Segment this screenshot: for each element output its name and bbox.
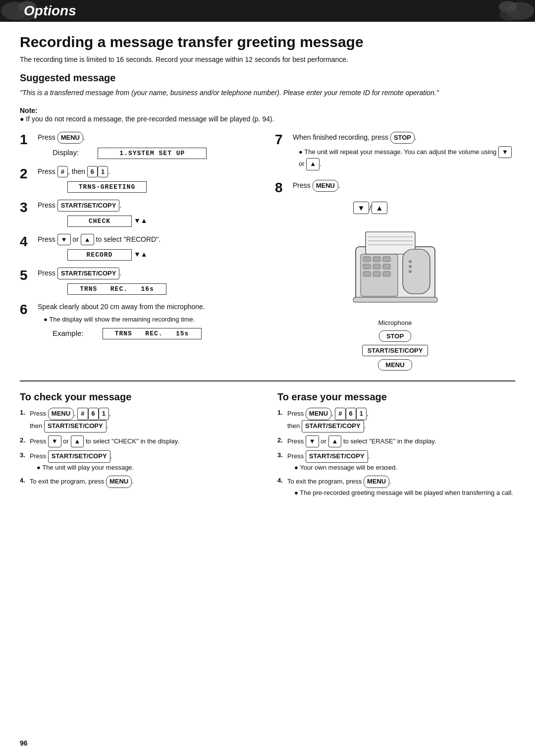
step-7-number: 7: [275, 133, 293, 147]
step-3-text: Press START/SET/COPY.: [38, 200, 260, 212]
check-title: To check your message: [20, 391, 258, 403]
va-arrows-4: ▼▲: [134, 250, 148, 258]
note-label: Note:: [20, 107, 38, 114]
check-menu-btn[interactable]: MENU: [48, 408, 74, 420]
step-6-number: 6: [20, 303, 38, 317]
step-6-text: Speak clearly about 20 cm away from the …: [38, 302, 260, 312]
erase-title: To erase your message: [277, 391, 515, 403]
menu-btn-fax[interactable]: MENU: [378, 359, 412, 371]
check-item-1: 1. Press MENU, #61, then START/SET/COPY.: [20, 408, 258, 432]
step-8-text: Press MENU.: [293, 180, 515, 192]
check-item-3-bullet: ● The unit will play your message.: [37, 463, 258, 473]
menu-btn-1[interactable]: MENU: [57, 132, 83, 144]
steps-right: 7 When finished recording, press STOP. ●…: [270, 132, 515, 371]
check-start-btn-3[interactable]: START/SET/COPY: [48, 450, 110, 463]
svg-point-6: [499, 9, 521, 21]
step-4-number: 4: [20, 235, 38, 249]
step-1-content: Press MENU. Display: 1.SYSTEM SET UP: [38, 132, 260, 159]
svg-rect-15: [373, 257, 380, 262]
display-2: TRNS-GREETING: [67, 181, 147, 193]
check-item-4: 4. To exit the program, press MENU.: [20, 476, 258, 488]
erase-item-4: 4. To exit the program, press MENU. ● Th…: [277, 476, 515, 497]
step-4: 4 Press ▼ or ▲ to select "RECORD". RECOR…: [20, 234, 260, 261]
header-title: Options: [24, 3, 76, 19]
step-1-display-row: Display: 1.SYSTEM SET UP: [53, 146, 260, 159]
svg-rect-18: [373, 264, 380, 269]
svg-point-23: [409, 260, 412, 263]
erase-item-4-bullet: ● The pre-recorded greeting message will…: [294, 488, 515, 498]
page-number: 96: [20, 739, 28, 747]
six-btn[interactable]: 6: [87, 166, 98, 178]
start-set-copy-btn-fax[interactable]: START/SET/COPY: [362, 345, 428, 356]
step-2-display: TRNS-GREETING: [53, 180, 260, 193]
erase-item-1: 1. Press MENU, #61, then START/SET/COPY.: [277, 408, 515, 432]
erase-menu-btn[interactable]: MENU: [306, 408, 331, 420]
erase-start-btn-3[interactable]: START/SET/COPY: [306, 450, 368, 463]
step-5-text: Press START/SET/COPY.: [38, 268, 260, 279]
menu-btn-8[interactable]: MENU: [313, 180, 338, 192]
up-btn-4[interactable]: ▲: [81, 234, 94, 246]
step-3-content: Press START/SET/COPY. CHECK ▼▲: [38, 200, 260, 227]
check-up-btn[interactable]: ▲: [71, 435, 84, 448]
check-down-btn[interactable]: ▼: [48, 435, 61, 448]
note-text: ● If you do not record a message, the pr…: [20, 115, 274, 123]
erase-menu-btn-4[interactable]: MENU: [364, 476, 389, 488]
hash-btn[interactable]: #: [57, 166, 68, 178]
svg-rect-26: [353, 297, 437, 302]
display-3: CHECK: [67, 216, 132, 227]
start-set-copy-btn-5[interactable]: START/SET/COPY: [57, 268, 120, 279]
step-4-text: Press ▼ or ▲ to select "RECORD".: [38, 234, 260, 246]
erase-6-btn[interactable]: 6: [346, 408, 356, 420]
check-item-3: 3. Press START/SET/COPY. ● The unit will…: [20, 450, 258, 472]
step-8-content: Press MENU.: [293, 180, 515, 194]
step-3-display: CHECK ▼▲: [53, 214, 260, 227]
step-1: 1 Press MENU. Display: 1.SYSTEM SET UP: [20, 132, 260, 159]
step-6-example-row: Example: TRNS REC. 15s: [53, 326, 260, 339]
up-arrow-indicator: ▲: [372, 202, 388, 214]
steps-left: 1 Press MENU. Display: 1.SYSTEM SET UP 2: [20, 132, 270, 371]
display-5: TRNS REC. 16s: [67, 283, 166, 295]
display-1: 1.SYSTEM SET UP: [98, 148, 207, 159]
step-7: 7 When finished recording, press STOP. ●…: [275, 132, 515, 173]
step-1-text: Press MENU.: [38, 132, 260, 144]
step-4-display-arrows: RECORD ▼▲: [53, 248, 260, 261]
step-8-number: 8: [275, 181, 293, 195]
erase-start-btn[interactable]: START/SET/COPY: [302, 420, 364, 432]
display-label-1: Display:: [53, 148, 79, 157]
check-col: To check your message 1. Press MENU, #61…: [20, 391, 258, 500]
check-item-2: 2. Press ▼ or ▲ to select "CHECK" in the…: [20, 435, 258, 448]
microphone-label: Microphone: [378, 319, 412, 326]
down-btn-7[interactable]: ▼: [498, 146, 512, 159]
svg-rect-12: [403, 249, 430, 294]
check-list: 1. Press MENU, #61, then START/SET/COPY.…: [20, 408, 258, 487]
svg-rect-0: [0, 0, 535, 22]
up-btn-7[interactable]: ▲: [306, 158, 320, 170]
check-6-btn[interactable]: 6: [88, 408, 99, 420]
fax-buttons-area: STOP START/SET/COPY MENU: [362, 330, 428, 371]
stop-btn-7[interactable]: STOP: [390, 132, 415, 144]
one-btn[interactable]: 1: [98, 166, 108, 178]
display-6-example: TRNS REC. 15s: [103, 328, 202, 339]
stop-btn-fax[interactable]: STOP: [379, 330, 411, 342]
start-set-copy-btn-3[interactable]: START/SET/COPY: [57, 200, 120, 212]
erase-1-btn[interactable]: 1: [356, 408, 367, 420]
section-divider: [20, 380, 515, 381]
erase-up-btn[interactable]: ▲: [328, 435, 342, 448]
check-menu-btn-4[interactable]: MENU: [106, 476, 132, 488]
bottom-section: To check your message 1. Press MENU, #61…: [20, 391, 515, 500]
check-start-btn[interactable]: START/SET/COPY: [44, 420, 107, 432]
step-7-content: When finished recording, press STOP. ● T…: [293, 132, 515, 173]
header-texture-svg: [0, 0, 535, 22]
check-hash-btn[interactable]: #: [77, 408, 88, 420]
step-5-number: 5: [20, 269, 38, 282]
step-4-display: RECORD ▼▲: [53, 248, 260, 261]
check-1-btn[interactable]: 1: [99, 408, 109, 420]
down-btn-4[interactable]: ▼: [57, 234, 71, 246]
erase-hash-btn[interactable]: #: [335, 408, 345, 420]
step-5-content: Press START/SET/COPY. TRNS REC. 16s: [38, 268, 260, 295]
fax-image-area: ▼/▲: [275, 202, 515, 371]
erase-down-btn[interactable]: ▼: [306, 435, 319, 448]
note-block: Note: ● If you do not record a message, …: [20, 106, 515, 123]
step-3: 3 Press START/SET/COPY. CHECK ▼▲: [20, 200, 260, 227]
page-title: Recording a message transfer greeting me…: [20, 34, 515, 51]
